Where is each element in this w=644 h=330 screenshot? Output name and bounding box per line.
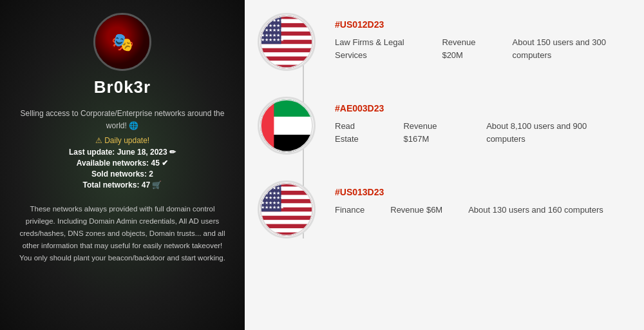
item-details: #AE003D23 Read Estate Revenue $167M Abou… — [335, 97, 618, 145]
timeline: ★★★★★★ ★★★★★ ★★★★★★ ★★★★★ ★★★★★★ #US012D… — [245, 0, 644, 277]
item-id: #AE003D23 — [335, 103, 618, 113]
flag-circle — [258, 97, 316, 155]
timeline-item: #AE003D23 Read Estate Revenue $167M Abou… — [258, 97, 618, 155]
svg-rect-6 — [260, 52, 314, 56]
revenue-col: Revenue $6M — [390, 204, 442, 217]
svg-text:★★★★★★: ★★★★★★ — [261, 205, 284, 209]
revenue-col: Revenue $20M — [442, 36, 486, 61]
svg-text:★★★★★: ★★★★★ — [261, 23, 280, 28]
revenue-label: Revenue $6M — [390, 204, 442, 217]
users-label: About 150 users and 300 computers — [513, 36, 618, 61]
revenue-col: Revenue $167M — [403, 120, 460, 145]
svg-rect-2 — [260, 19, 314, 23]
svg-rect-24 — [260, 186, 314, 190]
left-panel: 🎭 Br0k3r Selling access to Corporate/Ent… — [0, 0, 245, 330]
svg-rect-27 — [260, 211, 314, 215]
revenue-label: Revenue $167M — [403, 120, 460, 145]
flag-circle: ★★★★★★ ★★★★★ ★★★★★★ ★★★★★ ★★★★★★ — [258, 13, 316, 71]
users-label: About 130 users and 160 computers — [468, 204, 603, 217]
users-col: About 8,100 users and 900 computers — [486, 120, 618, 145]
flag-circle: ★★★★★★ ★★★★★ ★★★★★★ ★★★★★ ★★★★★★ — [258, 180, 316, 238]
industry-label: Read Estate — [335, 120, 377, 145]
svg-rect-28 — [260, 220, 314, 224]
item-info-row: Law Firms & Legal Services Revenue $20M … — [335, 36, 618, 61]
users-col: About 150 users and 300 computers — [513, 36, 618, 61]
bottom-description: These networks always provided with full… — [19, 203, 225, 264]
timeline-item: ★★★★★★ ★★★★★ ★★★★★★ ★★★★★ ★★★★★★ #US013D… — [258, 180, 618, 238]
available-networks: Available networks: 45 ✔ — [77, 159, 168, 168]
last-update: Last update: June 18, 2023 ✏ — [69, 148, 176, 157]
avatar: 🎭 — [93, 13, 151, 71]
sold-networks: Sold networks: 2 — [91, 170, 153, 179]
svg-text:★★★★★: ★★★★★ — [261, 33, 280, 37]
username: Br0k3r — [94, 77, 151, 97]
item-info-row: Finance Revenue $6M About 130 users and … — [335, 204, 603, 217]
item-details: #US013D23 Finance Revenue $6M About 130 … — [335, 180, 603, 217]
item-info-row: Read Estate Revenue $167M About 8,100 us… — [335, 120, 618, 145]
svg-rect-20 — [260, 99, 274, 153]
right-panel: ★★★★★★ ★★★★★ ★★★★★★ ★★★★★ ★★★★★★ #US012D… — [245, 0, 644, 330]
svg-text:★★★★★★: ★★★★★★ — [261, 37, 284, 42]
svg-text:★★★★★: ★★★★★ — [261, 200, 280, 205]
avatar-image: 🎭 — [95, 15, 149, 69]
item-id: #US013D23 — [335, 187, 603, 197]
daily-update: ⚠ Daily update! — [95, 136, 149, 145]
item-details: #US012D23 Law Firms & Legal Services Rev… — [335, 13, 618, 61]
svg-rect-5 — [260, 44, 314, 48]
industry-label: Finance — [335, 204, 365, 217]
industry-col: Law Firms & Legal Services — [335, 36, 416, 61]
svg-rect-7 — [260, 61, 314, 64]
industry-label: Law Firms & Legal Services — [335, 36, 416, 61]
description: Selling access to Corporate/Enterprise n… — [19, 108, 225, 132]
item-id: #US012D23 — [335, 19, 618, 30]
total-networks: Total networks: 47 🛒 — [83, 180, 162, 189]
revenue-label: Revenue $20M — [442, 36, 486, 61]
svg-rect-29 — [260, 228, 314, 232]
svg-text:★★★★★: ★★★★★ — [261, 191, 280, 195]
users-col: About 130 users and 160 computers — [468, 204, 603, 217]
industry-col: Finance — [335, 204, 365, 217]
timeline-item: ★★★★★★ ★★★★★ ★★★★★★ ★★★★★ ★★★★★★ #US012D… — [258, 13, 618, 71]
industry-col: Read Estate — [335, 120, 377, 145]
users-label: About 8,100 users and 900 computers — [486, 120, 618, 145]
